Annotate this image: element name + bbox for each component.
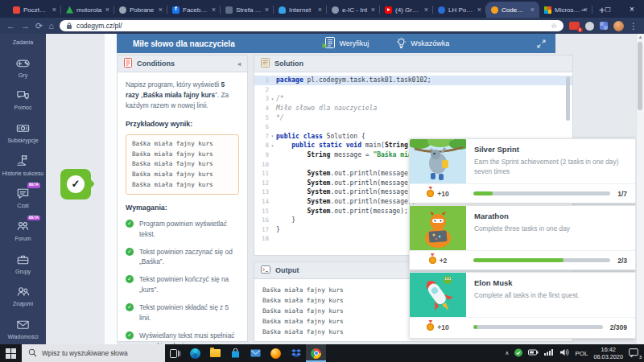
page-scrollbar[interactable]: ▲: [636, 34, 644, 344]
browser-tab-mail[interactable]: Poczta - k×: [8, 2, 61, 18]
firefox-taskbar-icon[interactable]: [266, 344, 286, 362]
tray-chevron-icon[interactable]: ∧: [505, 350, 509, 356]
minimize-button[interactable]: –: [572, 5, 596, 14]
forum-icon: BETA: [15, 219, 31, 234]
apps-extension-icon[interactable]: [600, 22, 608, 30]
scroll-up-arrow[interactable]: ▲: [637, 35, 644, 39]
conditions-doc-icon: [124, 58, 132, 69]
battery-icon[interactable]: [528, 348, 539, 359]
language-indicator[interactable]: POL: [575, 350, 588, 357]
browser-tab-youtube[interactable]: (4) Gra ko×: [380, 2, 433, 18]
profile-avatar[interactable]: [613, 21, 624, 31]
requirement-check-icon: ✓: [126, 220, 134, 228]
dropbox-taskbar-icon[interactable]: [286, 344, 306, 362]
scrollbar-thumb[interactable]: [638, 42, 642, 110]
browser-tab-codegym[interactable]: CodeGym×: [486, 2, 539, 18]
sidebar-item-zadania[interactable]: Zadania: [13, 39, 33, 46]
home-icon[interactable]: ⌂: [48, 22, 54, 31]
mail-tab-icon: [13, 6, 20, 14]
sidebar-item-znajomi[interactable]: Znajomi: [13, 284, 33, 307]
url-bar[interactable]: codegym.cz/pl/ ☆: [60, 20, 564, 31]
description-text: Napisz program, który wyświetli: [126, 80, 221, 88]
notification-badge: 3: [639, 355, 642, 360]
store-taskbar-icon[interactable]: [225, 344, 246, 362]
task-view-taskbar-icon[interactable]: [165, 344, 185, 362]
antivirus-icon[interactable]: [514, 348, 522, 359]
code-token: [276, 198, 308, 205]
explorer-taskbar-icon[interactable]: [205, 344, 225, 362]
hint-button[interactable]: Wskazówka: [396, 37, 449, 51]
sidebar-item-forum[interactable]: BETAForum: [14, 219, 31, 242]
reward-value: +2: [440, 257, 448, 265]
tab-close-icon[interactable]: ×: [265, 6, 269, 14]
sidebar-item-wiadomosci[interactable]: Wiadomości: [7, 317, 38, 340]
bookmark-star-icon[interactable]: ☆: [551, 22, 557, 30]
code-token: public static void: [291, 142, 361, 149]
tab-close-icon[interactable]: ×: [424, 6, 428, 14]
back-icon[interactable]: ←: [6, 22, 15, 31]
code-token: main(: [361, 142, 385, 149]
task-title: Miłe słowo dla nauczyciela: [133, 39, 235, 48]
line-number: 13: [254, 188, 269, 195]
tab-close-icon[interactable]: ×: [477, 6, 481, 14]
editor-scrollbar[interactable]: [566, 76, 570, 121]
tab-close-icon[interactable]: ×: [318, 6, 322, 14]
browser-menu-icon[interactable]: ⋮: [630, 22, 638, 31]
browser-tab-photos[interactable]: Strefa Pa×: [221, 2, 274, 18]
tab-close-icon[interactable]: ×: [371, 6, 375, 14]
start-button[interactable]: [0, 344, 22, 362]
chrome-taskbar-icon[interactable]: [306, 344, 326, 362]
task-solved-badge: ✓: [60, 169, 91, 200]
tab-close-icon[interactable]: ×: [52, 6, 56, 14]
network-icon[interactable]: [544, 348, 554, 358]
medal-icon: [427, 323, 434, 331]
forward-icon[interactable]: →: [21, 22, 30, 31]
tab-close-icon[interactable]: ×: [530, 6, 535, 14]
browser-tab-facebook[interactable]: Facebook×: [167, 2, 221, 18]
browser-tab-cloud[interactable]: Internet×: [274, 2, 327, 18]
maximize-button[interactable]: □: [596, 5, 620, 14]
browser-tab-drive[interactable]: motorola×: [61, 2, 114, 18]
sidebar-item-pomoc[interactable]: Pomoc: [14, 88, 32, 111]
browser-tab-globe[interactable]: e-IC - Int×: [327, 2, 380, 18]
lh-tab-icon: [438, 6, 445, 14]
refresh-icon[interactable]: ⟳: [35, 22, 43, 31]
tab-close-icon[interactable]: ×: [212, 6, 216, 14]
verify-button[interactable]: Weryfikuj: [322, 37, 369, 51]
output-title: Output: [275, 266, 299, 274]
edge-taskbar-icon[interactable]: [185, 344, 205, 362]
sidebar-item-czat[interactable]: BETACzat: [15, 186, 31, 209]
line-number: 14: [254, 198, 269, 205]
clock[interactable]: 16:42 06.03.2020: [593, 346, 623, 360]
description-text: Baśka miała fajny kurs: [143, 91, 215, 99]
sidebar-item-label: Czat: [17, 203, 28, 209]
progress-fill: [473, 258, 564, 262]
code-text: System.out.println(message);: [276, 198, 415, 205]
line-number: 6: [254, 123, 269, 130]
code-token: .out.println(message);: [330, 179, 415, 187]
action-center-icon[interactable]: 3: [629, 348, 638, 358]
achievement-description: Complete all tasks in the first quest.: [474, 290, 580, 300]
tab-close-icon[interactable]: ×: [105, 6, 109, 14]
money-icon: [15, 121, 31, 136]
close-button[interactable]: ×: [620, 5, 644, 14]
code-text: System.out.println(message);: [276, 170, 415, 177]
fullscreen-expand-icon[interactable]: [537, 39, 546, 48]
sidebar-item-gry[interactable]: Gry: [15, 56, 31, 79]
extension-icon[interactable]: [585, 22, 594, 31]
mail-extension-icon[interactable]: 6: [569, 22, 580, 30]
tab-close-icon[interactable]: ×: [159, 6, 163, 14]
volume-icon[interactable]: [559, 348, 569, 358]
code-text: }: [276, 216, 295, 224]
collapse-panel-icon[interactable]: ◂: [237, 60, 241, 68]
help-icon: [15, 88, 31, 103]
sidebar-item-subskrypcje[interactable]: Subskrypcje: [7, 121, 38, 144]
browser-tab-person[interactable]: Pobrane×: [114, 2, 167, 18]
code-text: Miłe słowo dla nauczyciela: [276, 105, 377, 112]
taskbar-search[interactable]: Wpisz tu wyszukiwane słowa: [22, 344, 165, 362]
sidebar-item-historie-sukcesu[interactable]: Historie sukcesu: [2, 154, 43, 177]
tabs-container: Poczta - k×motorola×Pobrane×Facebook×Str…: [8, 0, 592, 18]
browser-tab-lh[interactable]: LH Poczta×: [433, 2, 486, 18]
mail-taskbar-icon[interactable]: [246, 344, 266, 362]
sidebar-item-grupy[interactable]: Grupy: [15, 252, 31, 275]
